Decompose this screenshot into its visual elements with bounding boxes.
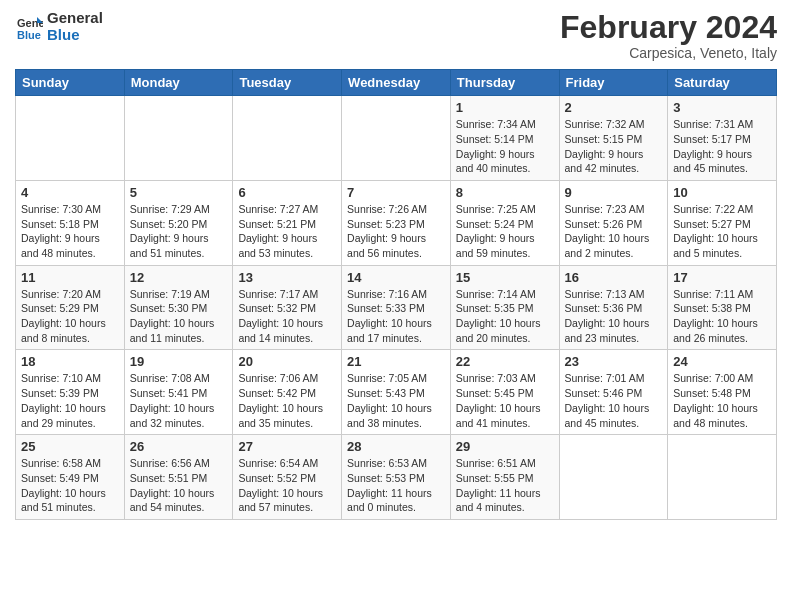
- day-cell: 16Sunrise: 7:13 AMSunset: 5:36 PMDayligh…: [559, 265, 668, 350]
- day-info: Sunrise: 7:06 AMSunset: 5:42 PMDaylight:…: [238, 371, 336, 430]
- weekday-header-tuesday: Tuesday: [233, 70, 342, 96]
- day-info: Sunrise: 7:17 AMSunset: 5:32 PMDaylight:…: [238, 287, 336, 346]
- weekday-header-saturday: Saturday: [668, 70, 777, 96]
- day-info: Sunrise: 7:11 AMSunset: 5:38 PMDaylight:…: [673, 287, 771, 346]
- calendar-table: SundayMondayTuesdayWednesdayThursdayFrid…: [15, 69, 777, 520]
- day-info: Sunrise: 7:08 AMSunset: 5:41 PMDaylight:…: [130, 371, 228, 430]
- logo: General Blue General Blue: [15, 10, 103, 43]
- day-cell: 28Sunrise: 6:53 AMSunset: 5:53 PMDayligh…: [342, 435, 451, 520]
- day-info: Sunrise: 7:32 AMSunset: 5:15 PMDaylight:…: [565, 117, 663, 176]
- weekday-header-thursday: Thursday: [450, 70, 559, 96]
- day-cell: 9Sunrise: 7:23 AMSunset: 5:26 PMDaylight…: [559, 180, 668, 265]
- page-header: General Blue General Blue February 2024 …: [15, 10, 777, 61]
- day-cell: 7Sunrise: 7:26 AMSunset: 5:23 PMDaylight…: [342, 180, 451, 265]
- day-info: Sunrise: 7:13 AMSunset: 5:36 PMDaylight:…: [565, 287, 663, 346]
- day-info: Sunrise: 7:26 AMSunset: 5:23 PMDaylight:…: [347, 202, 445, 261]
- day-number: 6: [238, 185, 336, 200]
- day-cell: 24Sunrise: 7:00 AMSunset: 5:48 PMDayligh…: [668, 350, 777, 435]
- day-number: 7: [347, 185, 445, 200]
- day-info: Sunrise: 6:58 AMSunset: 5:49 PMDaylight:…: [21, 456, 119, 515]
- day-number: 25: [21, 439, 119, 454]
- day-number: 5: [130, 185, 228, 200]
- day-cell: 14Sunrise: 7:16 AMSunset: 5:33 PMDayligh…: [342, 265, 451, 350]
- day-cell: 21Sunrise: 7:05 AMSunset: 5:43 PMDayligh…: [342, 350, 451, 435]
- day-info: Sunrise: 7:23 AMSunset: 5:26 PMDaylight:…: [565, 202, 663, 261]
- week-row-4: 18Sunrise: 7:10 AMSunset: 5:39 PMDayligh…: [16, 350, 777, 435]
- day-info: Sunrise: 6:54 AMSunset: 5:52 PMDaylight:…: [238, 456, 336, 515]
- day-cell: 3Sunrise: 7:31 AMSunset: 5:17 PMDaylight…: [668, 96, 777, 181]
- day-number: 20: [238, 354, 336, 369]
- day-info: Sunrise: 7:31 AMSunset: 5:17 PMDaylight:…: [673, 117, 771, 176]
- day-info: Sunrise: 7:29 AMSunset: 5:20 PMDaylight:…: [130, 202, 228, 261]
- logo-blue: Blue: [47, 27, 103, 44]
- day-cell: [342, 96, 451, 181]
- week-row-3: 11Sunrise: 7:20 AMSunset: 5:29 PMDayligh…: [16, 265, 777, 350]
- day-info: Sunrise: 6:51 AMSunset: 5:55 PMDaylight:…: [456, 456, 554, 515]
- day-info: Sunrise: 7:34 AMSunset: 5:14 PMDaylight:…: [456, 117, 554, 176]
- day-info: Sunrise: 7:14 AMSunset: 5:35 PMDaylight:…: [456, 287, 554, 346]
- day-number: 23: [565, 354, 663, 369]
- day-cell: 18Sunrise: 7:10 AMSunset: 5:39 PMDayligh…: [16, 350, 125, 435]
- day-cell: 13Sunrise: 7:17 AMSunset: 5:32 PMDayligh…: [233, 265, 342, 350]
- day-info: Sunrise: 6:56 AMSunset: 5:51 PMDaylight:…: [130, 456, 228, 515]
- day-cell: 4Sunrise: 7:30 AMSunset: 5:18 PMDaylight…: [16, 180, 125, 265]
- day-number: 19: [130, 354, 228, 369]
- day-cell: 2Sunrise: 7:32 AMSunset: 5:15 PMDaylight…: [559, 96, 668, 181]
- day-cell: [233, 96, 342, 181]
- day-cell: 8Sunrise: 7:25 AMSunset: 5:24 PMDaylight…: [450, 180, 559, 265]
- day-cell: [668, 435, 777, 520]
- day-cell: 20Sunrise: 7:06 AMSunset: 5:42 PMDayligh…: [233, 350, 342, 435]
- day-cell: [16, 96, 125, 181]
- day-info: Sunrise: 7:05 AMSunset: 5:43 PMDaylight:…: [347, 371, 445, 430]
- title-block: February 2024 Carpesica, Veneto, Italy: [560, 10, 777, 61]
- day-number: 18: [21, 354, 119, 369]
- day-number: 21: [347, 354, 445, 369]
- day-number: 15: [456, 270, 554, 285]
- day-number: 2: [565, 100, 663, 115]
- week-row-1: 1Sunrise: 7:34 AMSunset: 5:14 PMDaylight…: [16, 96, 777, 181]
- day-number: 4: [21, 185, 119, 200]
- day-number: 13: [238, 270, 336, 285]
- day-number: 8: [456, 185, 554, 200]
- day-info: Sunrise: 7:10 AMSunset: 5:39 PMDaylight:…: [21, 371, 119, 430]
- logo-icon: General Blue: [15, 13, 43, 41]
- weekday-header-monday: Monday: [124, 70, 233, 96]
- day-cell: 11Sunrise: 7:20 AMSunset: 5:29 PMDayligh…: [16, 265, 125, 350]
- day-cell: 19Sunrise: 7:08 AMSunset: 5:41 PMDayligh…: [124, 350, 233, 435]
- day-number: 17: [673, 270, 771, 285]
- day-info: Sunrise: 7:03 AMSunset: 5:45 PMDaylight:…: [456, 371, 554, 430]
- day-number: 1: [456, 100, 554, 115]
- day-number: 9: [565, 185, 663, 200]
- day-number: 26: [130, 439, 228, 454]
- day-cell: 26Sunrise: 6:56 AMSunset: 5:51 PMDayligh…: [124, 435, 233, 520]
- day-cell: 29Sunrise: 6:51 AMSunset: 5:55 PMDayligh…: [450, 435, 559, 520]
- day-cell: 23Sunrise: 7:01 AMSunset: 5:46 PMDayligh…: [559, 350, 668, 435]
- day-cell: 1Sunrise: 7:34 AMSunset: 5:14 PMDaylight…: [450, 96, 559, 181]
- day-cell: [124, 96, 233, 181]
- svg-text:Blue: Blue: [17, 29, 41, 41]
- day-cell: 10Sunrise: 7:22 AMSunset: 5:27 PMDayligh…: [668, 180, 777, 265]
- day-info: Sunrise: 7:30 AMSunset: 5:18 PMDaylight:…: [21, 202, 119, 261]
- day-cell: 25Sunrise: 6:58 AMSunset: 5:49 PMDayligh…: [16, 435, 125, 520]
- day-number: 28: [347, 439, 445, 454]
- day-cell: 12Sunrise: 7:19 AMSunset: 5:30 PMDayligh…: [124, 265, 233, 350]
- weekday-header-row: SundayMondayTuesdayWednesdayThursdayFrid…: [16, 70, 777, 96]
- day-info: Sunrise: 7:22 AMSunset: 5:27 PMDaylight:…: [673, 202, 771, 261]
- day-number: 24: [673, 354, 771, 369]
- day-number: 12: [130, 270, 228, 285]
- day-number: 27: [238, 439, 336, 454]
- day-info: Sunrise: 7:20 AMSunset: 5:29 PMDaylight:…: [21, 287, 119, 346]
- day-number: 14: [347, 270, 445, 285]
- day-number: 11: [21, 270, 119, 285]
- day-info: Sunrise: 7:16 AMSunset: 5:33 PMDaylight:…: [347, 287, 445, 346]
- day-number: 10: [673, 185, 771, 200]
- day-info: Sunrise: 7:19 AMSunset: 5:30 PMDaylight:…: [130, 287, 228, 346]
- day-cell: 6Sunrise: 7:27 AMSunset: 5:21 PMDaylight…: [233, 180, 342, 265]
- day-info: Sunrise: 7:01 AMSunset: 5:46 PMDaylight:…: [565, 371, 663, 430]
- day-info: Sunrise: 7:25 AMSunset: 5:24 PMDaylight:…: [456, 202, 554, 261]
- month-title: February 2024: [560, 10, 777, 45]
- location-subtitle: Carpesica, Veneto, Italy: [560, 45, 777, 61]
- day-number: 22: [456, 354, 554, 369]
- logo-general: General: [47, 10, 103, 27]
- day-cell: 15Sunrise: 7:14 AMSunset: 5:35 PMDayligh…: [450, 265, 559, 350]
